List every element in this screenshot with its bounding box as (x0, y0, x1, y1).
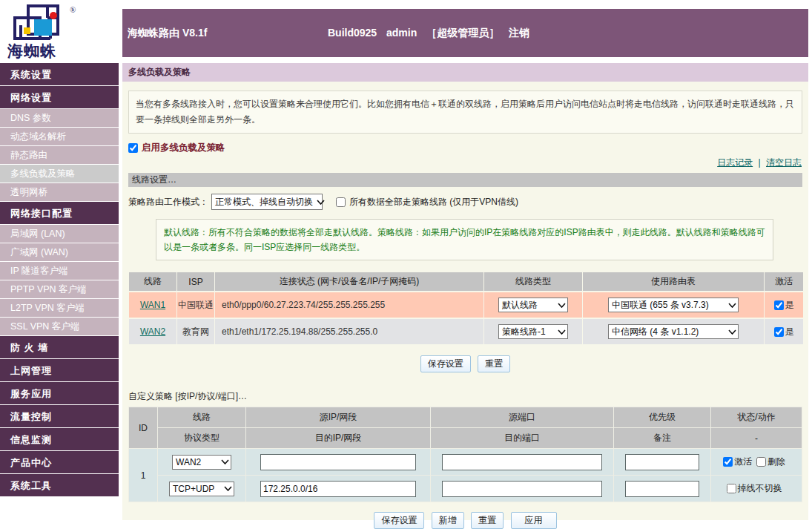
wan-name-cell: WAN2 (129, 319, 176, 344)
sidebar-item-network-settings[interactable]: 网络设置 (0, 86, 119, 109)
policy-mode-label: 策略路由工作模式： (128, 196, 208, 208)
sidebar-item-label: 产品中心 (10, 457, 52, 468)
wan2-active-label: 是 (785, 326, 794, 338)
sidebar-item-system-tools[interactable]: 系统工具 (0, 474, 119, 497)
content-area: 海蜘蛛路由 V8.1f Build0925 admin ［超级管理员］ 注销 多… (122, 0, 808, 520)
wan2-link[interactable]: WAN2 (140, 326, 165, 337)
sidebar-item-label: 静态路由 (10, 150, 47, 160)
sidebar-item-label: IP 隧道客户端 (10, 266, 68, 276)
policy-remark-input[interactable] (625, 481, 699, 497)
add-policy-button[interactable]: 新增 (432, 512, 464, 529)
policy-remark-cell (614, 476, 710, 502)
policy-id-cell: 1 (129, 449, 157, 502)
save-line-settings-button[interactable]: 保存设置 (420, 355, 471, 372)
sidebar-item-label: 系统设置 (10, 69, 52, 80)
line-type-select-wan2[interactable]: 策略线路-1 (498, 324, 568, 339)
table-header-row-1: ID 线路 源IP/网段 源端口 优先级 状态/动作 (129, 407, 802, 427)
reset-policy-button[interactable]: 重置 (471, 512, 504, 529)
apply-policy-button[interactable]: 应用 (511, 512, 557, 529)
enable-multiline-label[interactable]: 启用多线负载及策略 (142, 142, 225, 154)
app-title-bar: 海蜘蛛路由 V8.1f Build0925 admin ［超级管理员］ 注销 (122, 9, 808, 57)
line-type-select-wan1[interactable]: 默认线路 (498, 298, 568, 312)
header-priority: 优先级 (614, 407, 710, 427)
chevron-down-icon (728, 329, 736, 335)
sidebar-item-ip-tunnel-client[interactable]: IP 隧道客户端 (0, 262, 119, 280)
policy-src-port-cell (431, 449, 613, 475)
policy-no-switch-label: 掉线不切换 (738, 482, 782, 495)
wan2-active-checkbox[interactable] (774, 327, 784, 337)
route-table-value: 中信网络 (4 条 v1.1.2) (612, 326, 699, 338)
wan1-link[interactable]: WAN1 (140, 300, 165, 310)
all-data-policy-checkbox[interactable] (336, 197, 346, 207)
sidebar-item-dns[interactable]: DNS 参数 (0, 109, 119, 128)
policy-src-ip-input[interactable] (260, 454, 416, 470)
table-row: WAN1 中国联通 eth0/ppp0/60.27.223.74/255.255… (129, 292, 803, 318)
sidebar-item-ddns[interactable]: 动态域名解析 (0, 128, 119, 146)
policy-src-ip-cell (246, 449, 430, 475)
policy-dst-ip-input[interactable] (260, 481, 416, 497)
policy-noswitch-cell: 掉线不切换 (711, 476, 802, 502)
sidebar-item-firewall[interactable]: 防 火 墙 (0, 336, 119, 359)
sidebar-item-wan[interactable]: 广域网 (WAN) (0, 243, 119, 262)
table-header-row-2: 协议类型 目的IP/网段 目的端口 备注 - (129, 428, 802, 448)
policy-dst-port-input[interactable] (442, 481, 602, 497)
line-type-value: 默认线路 (502, 299, 538, 312)
policy-delete-checkbox[interactable] (756, 457, 766, 467)
header-remark: 备注 (614, 428, 710, 448)
sidebar-item-multiline-policy[interactable]: 多线负载及策略 (0, 165, 119, 183)
policy-mode-select[interactable]: 正常模式、掉线自动切换 (211, 194, 323, 210)
policy-protocol-cell: TCP+UDP (158, 476, 245, 502)
policy-active-checkbox[interactable] (723, 457, 733, 467)
reset-line-settings-button[interactable]: 重置 (478, 355, 510, 372)
wan1-active-label: 是 (785, 299, 794, 312)
header-isp: ISP (177, 272, 214, 291)
sidebar-item-label: 广域网 (WAN) (10, 247, 68, 257)
policy-dst-ip-cell (246, 476, 430, 502)
policy-mode-value: 正常模式、掉线自动切换 (215, 196, 313, 208)
enable-multiline-checkbox[interactable] (128, 143, 138, 153)
route-table-select-wan1[interactable]: 中国联通 (655 条 v3.7.3) (608, 298, 739, 312)
sidebar-item-access-management[interactable]: 上网管理 (0, 359, 119, 382)
sidebar-item-label: 系统工具 (10, 480, 52, 491)
sidebar-item-label: SSL VPN 客户端 (10, 321, 79, 332)
session-info: Build0925 admin ［超级管理员］ 注销 (328, 27, 529, 40)
all-data-policy-label[interactable]: 所有数据全部走策略线路 (仅用于VPN借线) (349, 196, 518, 208)
line-type-value: 策略线路-1 (502, 326, 546, 338)
sidebar-item-ssl-vpn-client[interactable]: SSL VPN 客户端 (0, 318, 119, 336)
policy-line-select[interactable]: WAN2 (172, 455, 231, 470)
wan-status-cell: eth1/eth1/172.25.194.88/255.255.255.0 (215, 319, 483, 344)
policy-no-switch-checkbox[interactable] (727, 484, 736, 493)
sidebar-item-label: 防 火 墙 (10, 342, 48, 353)
save-policy-button[interactable]: 保存设置 (374, 512, 424, 529)
wan-route-table-cell: 中国联通 (655 条 v3.7.3) (583, 292, 764, 318)
sidebar-item-l2tp-vpn-client[interactable]: L2TP VPN 客户端 (0, 299, 119, 318)
policy-active-label: 激活 (734, 456, 752, 468)
log-records-link[interactable]: 日志记录 (717, 157, 753, 168)
wan-active-cell: 是 (765, 319, 803, 344)
wan-isp-cell: 教育网 (177, 319, 214, 344)
route-table-select-wan2[interactable]: 中信网络 (4 条 v1.1.2) (608, 324, 739, 339)
policy-priority-cell (614, 449, 710, 475)
policy-dst-port-cell (431, 476, 613, 502)
sidebar-item-pptp-vpn-client[interactable]: PPTP VPN 客户端 (0, 280, 119, 299)
sidebar-item-transparent-bridge[interactable]: 透明网桥 (0, 183, 119, 202)
sidebar-item-info-monitor[interactable]: 信息监测 (0, 428, 119, 451)
logout-link[interactable]: 注销 (509, 27, 529, 39)
sidebar-item-traffic-control[interactable]: 流量控制 (0, 405, 119, 428)
line-settings-buttons: 保存设置 重置 (122, 355, 808, 372)
policy-src-port-input[interactable] (442, 454, 602, 470)
sidebar-item-label: 信息监测 (10, 434, 52, 445)
policy-priority-input[interactable] (625, 454, 699, 470)
sidebar-item-interface-config[interactable]: 网络接口配置 (0, 202, 119, 225)
wan1-active-checkbox[interactable] (774, 300, 784, 310)
sidebar-item-static-route[interactable]: 静态路由 (0, 146, 119, 165)
sidebar-item-label: 网络设置 (10, 92, 52, 103)
sidebar-item-service-apps[interactable]: 服务应用 (0, 382, 119, 405)
router-admin-page: ® 海蜘蛛 系统设置 网络设置 DNS 参数 动态域名解析 静态路由 多线负载及… (0, 0, 812, 529)
sidebar-item-lan[interactable]: 局域网 (LAN) (0, 225, 119, 243)
user-role: ［超级管理员］ (426, 27, 499, 39)
sidebar-item-system-settings[interactable]: 系统设置 (0, 63, 119, 86)
policy-protocol-select[interactable]: TCP+UDP (169, 482, 234, 496)
clear-log-link[interactable]: 清空日志 (766, 157, 802, 168)
sidebar-item-product-center[interactable]: 产品中心 (0, 451, 119, 474)
